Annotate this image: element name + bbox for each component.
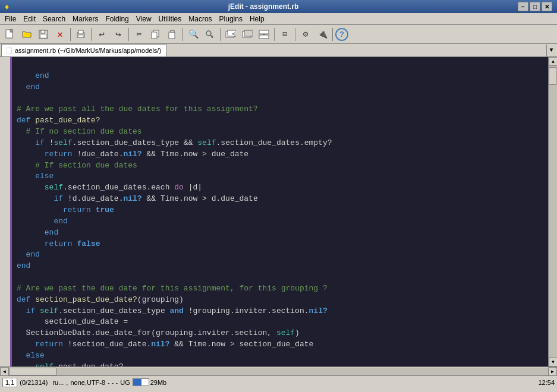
cursor-position: 1,1 <box>2 378 17 387</box>
horizontal-scrollbar: ◀ ▶ <box>0 366 557 375</box>
svg-rect-12 <box>171 30 174 33</box>
menubar: File Edit Search Markers Folding View Ut… <box>0 13 557 25</box>
maximize-button[interactable]: □ <box>530 2 540 11</box>
scroll-right-button[interactable]: ▶ <box>548 367 557 376</box>
toolbar: ✕ ↩ ↪ ✂ 🔍 + ⊟ ⚙ 🔌 ? <box>0 25 557 44</box>
svg-rect-10 <box>152 32 157 39</box>
encoding: none,UTF-8 <box>70 379 105 386</box>
tab-assignment[interactable]: assignment.rb (~/Git/MarkUs/Markus/app/m… <box>1 44 166 56</box>
file-icon <box>7 48 12 53</box>
memory-progress: 29Mb <box>133 378 167 386</box>
menu-view[interactable]: View <box>133 14 155 24</box>
titlebar-title: jEdit - assignment.rb <box>9 2 518 11</box>
separator-3 <box>128 28 129 41</box>
svg-rect-8 <box>78 35 83 37</box>
scroll-up-button[interactable]: ▲ <box>549 57 557 66</box>
titlebar-buttons: − □ ✕ <box>518 2 552 11</box>
left-gutter <box>0 57 12 366</box>
memory-label: 29Mb <box>150 379 167 386</box>
scroll-track[interactable] <box>549 66 557 358</box>
print-button[interactable] <box>73 27 89 42</box>
prev-buffer-button[interactable] <box>223 27 238 42</box>
new-button[interactable] <box>2 27 18 42</box>
redo-button[interactable]: ↪ <box>111 27 126 42</box>
svg-rect-5 <box>40 34 46 38</box>
plugin-button[interactable]: 🔌 <box>314 27 330 42</box>
settings-button[interactable]: ⚙ <box>298 27 313 42</box>
separator-5 <box>220 28 221 41</box>
minimize-button[interactable]: − <box>518 2 528 11</box>
svg-rect-23 <box>259 35 269 39</box>
open-button[interactable] <box>19 27 34 42</box>
separator-status-3: - - - <box>108 379 118 386</box>
vertical-scrollbar[interactable]: ▲ ▼ <box>548 57 557 366</box>
separator-2 <box>91 28 92 41</box>
menu-search[interactable]: Search <box>39 14 69 24</box>
svg-rect-7 <box>78 30 83 34</box>
separator-7 <box>295 28 295 41</box>
menu-edit[interactable]: Edit <box>20 14 39 24</box>
tabbar: assignment.rb (~/Git/MarkUs/Markus/app/m… <box>0 44 557 57</box>
menu-markers[interactable]: Markers <box>69 14 102 24</box>
ug-label: UG <box>120 379 130 386</box>
app-icon: ♦ <box>5 2 9 11</box>
memory-fill <box>133 379 141 385</box>
svg-rect-21 <box>244 30 253 36</box>
close-file-button[interactable]: ✕ <box>52 27 68 42</box>
separator-4 <box>182 28 183 41</box>
hscroll-thumb[interactable] <box>9 368 56 375</box>
code-area[interactable]: end end # Are we past all the due dates … <box>12 57 548 366</box>
next-buffer-button[interactable] <box>240 27 255 42</box>
menu-help[interactable]: Help <box>246 14 268 24</box>
cut-button[interactable]: ✂ <box>131 27 147 42</box>
svg-rect-11 <box>169 32 175 39</box>
svg-rect-4 <box>41 30 45 33</box>
svg-rect-17 <box>228 30 236 36</box>
menu-macros[interactable]: Macros <box>185 14 215 24</box>
help-button[interactable]: ? <box>335 28 348 41</box>
tab-label: assignment.rb (~/Git/MarkUs/Markus/app/m… <box>15 47 161 54</box>
memory-bar <box>133 378 149 386</box>
svg-point-13 <box>206 31 211 36</box>
menu-utilities[interactable]: Utilities <box>155 14 185 24</box>
separator-8 <box>332 28 333 41</box>
svg-rect-22 <box>259 30 269 34</box>
separator-status-2: , <box>66 379 68 386</box>
tab-dropdown-button[interactable]: ▼ <box>546 45 556 56</box>
undo-button[interactable]: ↩ <box>94 27 109 42</box>
svg-rect-27 <box>7 48 11 53</box>
scroll-left-button[interactable]: ◀ <box>0 367 9 376</box>
close-button[interactable]: ✕ <box>542 2 552 11</box>
svg-text:+: + <box>211 35 213 40</box>
copy-button[interactable] <box>148 27 163 42</box>
hscroll-track[interactable] <box>9 368 548 375</box>
save-button[interactable] <box>36 27 51 42</box>
editor-container: end end # Are we past all the due dates … <box>0 57 557 366</box>
code-content: end end # Are we past all the due dates … <box>12 57 548 366</box>
menu-file[interactable]: File <box>1 14 20 24</box>
find-button[interactable]: 🔍 <box>185 27 201 42</box>
paste-button[interactable] <box>165 27 180 42</box>
titlebar: ♦ jEdit - assignment.rb − □ ✕ <box>0 0 557 13</box>
line-count: (0/21314) <box>20 379 48 386</box>
menu-folding[interactable]: Folding <box>102 14 132 24</box>
scroll-down-button[interactable]: ▼ <box>549 358 557 366</box>
separator-1 <box>70 28 71 41</box>
switch-view-button[interactable] <box>256 27 272 42</box>
statusbar: 1,1 (0/21314) ru... , none,UTF-8 - - - U… <box>0 375 557 388</box>
menu-plugins[interactable]: Plugins <box>216 14 246 24</box>
fold-button[interactable]: ⊟ <box>277 27 292 42</box>
find-replace-button[interactable]: + <box>202 27 218 42</box>
scroll-thumb[interactable] <box>549 67 556 85</box>
separator-6 <box>274 28 275 41</box>
edit-mode: ru... <box>52 379 64 386</box>
clock: 12:54 <box>538 379 555 386</box>
